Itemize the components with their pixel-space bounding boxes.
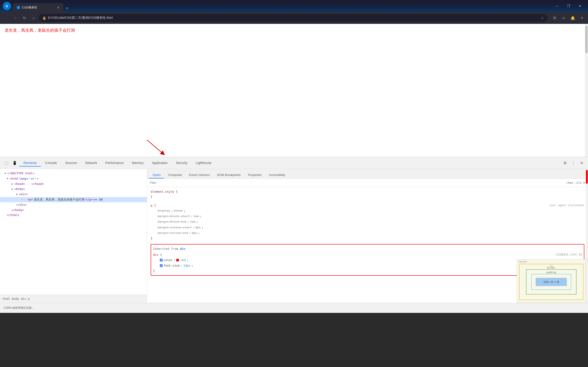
dom-tree: ▼ <!DOCTYPE html> ▼ <html lang="en" > ▶ … [0,169,147,294]
page-scrollbar-thumb[interactable] [585,26,588,53]
cls-button[interactable]: .cls [574,181,582,184]
div-selector: div { [153,252,162,257]
devtools-scrollbar[interactable] [586,169,588,303]
tab-performance[interactable]: Performance [101,160,128,167]
browser-frame: e e CSS继承性 ✕ + ─ ❐ ✕ ← → ↻ ⌂ 🔒 D:/VSCode… [0,0,588,367]
styles-panel: Styles Computed Event Listeners DOM Brea… [147,169,588,303]
devtools-panel: ⬚ 📱 Elements Console Sources Network Per… [0,157,588,313]
devtools-body: ▼ <!DOCTYPE html> ▼ <html lang="en" > ▶ … [0,169,588,303]
devtools-more-button[interactable]: ⋮ [570,159,577,167]
devtools-close-button[interactable]: ✕ [578,159,585,167]
dom-breadcrumb: html body div p [0,294,147,303]
styles-tab-accessibility[interactable]: Accessibility [265,172,289,178]
p-rule: p { user agent stylesheet display : bloc… [147,202,588,242]
page-content: 龙生龙，凤生凤，老鼠生的孩子会打洞 [0,24,588,157]
dom-line[interactable]: ▼ <div> [0,192,147,197]
tab-lighthouse[interactable]: Lighthouse [191,160,216,167]
forward-button[interactable]: → [11,14,19,22]
bookmark-star-icon[interactable]: ☆ [541,16,544,20]
styles-filter-bar: :hov .cls + [147,179,588,187]
styles-tab-event-listeners[interactable]: Event Listeners [185,172,213,178]
inherited-from-tag[interactable]: div [180,247,185,250]
bottom-bar: CSDN @程序喵正在路... [0,303,588,313]
dom-line[interactable]: </body> [0,208,147,213]
dom-line[interactable]: ▶ <head>...</head> [0,181,147,187]
styles-filter-input[interactable] [150,181,564,184]
devtools-settings-button[interactable]: ⚙ [561,159,569,167]
dom-line-selected[interactable]: ··· <p>龙生龙，凤生凤，老鼠生的孩子会打洞</p> == $0 [0,197,147,202]
home-button[interactable]: ⌂ [29,14,38,22]
tab-elements[interactable]: Elements [19,160,41,167]
security-lock-icon: 🔒 [42,16,46,20]
dom-expand-icon[interactable]: ▼ [5,172,6,175]
address-bar[interactable]: 🔒 D:/VSCode/CSS第二天/案例/CSS继承性.html ☆ [39,14,548,22]
new-tab-button[interactable]: + [63,5,71,12]
element-style-selector: element.style { [151,190,178,193]
tab-sources[interactable]: Sources [61,160,81,167]
styles-tab-properties[interactable]: Properties [244,172,265,178]
element-style-rule: element.style { } [147,188,588,201]
minimize-button[interactable]: ─ [552,2,562,9]
p-display-line: display : block ; [151,208,584,214]
styles-tab-styles[interactable]: Styles [149,172,164,178]
color-checkbox[interactable] [160,259,163,261]
dom-expand-icon[interactable]: ▶ [11,182,13,186]
tab-memory[interactable]: Memory [128,160,148,167]
active-tab[interactable]: e CSS继承性 ✕ [13,3,63,12]
devtools-tab-list: Elements Console Sources Network Perform… [19,160,561,167]
device-mode-button[interactable]: 📱 [11,159,18,167]
tab-bar: e CSS继承性 ✕ + [13,0,550,12]
devtools-scrollbar-thumb[interactable] [586,170,588,184]
dom-line[interactable]: </html> [0,213,147,218]
bottom-bar-text: CSDN @程序喵正在路... [4,306,34,310]
styles-filter-controls: :hov .cls + [566,181,585,185]
navigation-bar: ← → ↻ ⌂ 🔒 D:/VSCode/CSS第二天/案例/CSS继承性.htm… [0,12,588,24]
css-source: CSS继承性.html:10 [556,252,582,257]
title-bar: e e CSS继承性 ✕ + ─ ❐ ✕ [0,0,588,12]
user-agent-source: user agent stylesheet [549,203,584,208]
restore-button[interactable]: ❐ [563,2,574,9]
font-size-checkbox[interactable] [160,264,163,267]
dom-line[interactable]: </div> [0,202,147,208]
breadcrumb-div[interactable]: div [21,297,26,300]
styles-tab-dom-breakpoints[interactable]: DOM Breakpoints [213,172,244,178]
title-bar-controls: ─ ❐ ✕ [552,2,585,9]
inspect-element-button[interactable]: ⬚ [3,159,10,167]
notifications-button[interactable]: 🔔 [569,14,577,22]
dom-line[interactable]: ▼ <html lang="en" > [0,176,147,181]
refresh-button[interactable]: ↻ [20,14,28,22]
styles-tab-computed[interactable]: Computed [164,172,185,178]
tab-console[interactable]: Console [41,160,61,167]
dom-expand-icon[interactable]: ▼ [11,187,13,191]
hov-button[interactable]: :hov [566,181,573,184]
breadcrumb-p[interactable]: p [28,297,30,300]
dom-expand-icon[interactable]: ▼ [16,193,17,196]
tab-network[interactable]: Network [81,160,101,167]
dom-line[interactable]: ▼ <!DOCTYPE html> [0,171,147,176]
color-swatch-red[interactable] [176,259,179,261]
dom-expand-icon[interactable]: ▼ [7,177,8,181]
menu-button[interactable]: ≡ [578,14,586,22]
dom-line[interactable]: ▼ <body> [0,186,147,192]
collections-button[interactable]: ⧉ [550,14,559,22]
close-button[interactable]: ✕ [575,2,585,9]
dom-more-options[interactable]: ··· [21,198,26,202]
page-scrollbar[interactable] [585,24,588,157]
breadcrumb-body[interactable]: body [12,297,19,300]
p-margin-inline-start-line: margin-inline-start : 0px ; [151,225,584,230]
dom-panel: ▼ <!DOCTYPE html> ▼ <html lang="en" > ▶ … [0,169,147,303]
tab-favicon: e [17,6,20,9]
devtools-toolbar: ⬚ 📱 Elements Console Sources Network Per… [0,157,588,169]
browser-logo: e [3,2,11,10]
page-main-text: 龙生龙，凤生凤，老鼠生的孩子会打洞 [0,24,588,37]
undo-button[interactable]: ↩ [560,14,568,22]
inherited-label: Inherited from div [153,246,582,251]
tab-security[interactable]: Security [172,160,192,167]
tab-close-button[interactable]: ✕ [57,6,60,9]
breadcrumb-html[interactable]: html [3,297,10,300]
tab-title: CSS继承性 [22,6,37,10]
add-style-button[interactable]: + [583,181,585,185]
p-margin-block-start-line: margin-block-start : 1em ; [151,214,584,219]
tab-application[interactable]: Application [148,160,172,167]
back-button[interactable]: ← [2,14,10,22]
